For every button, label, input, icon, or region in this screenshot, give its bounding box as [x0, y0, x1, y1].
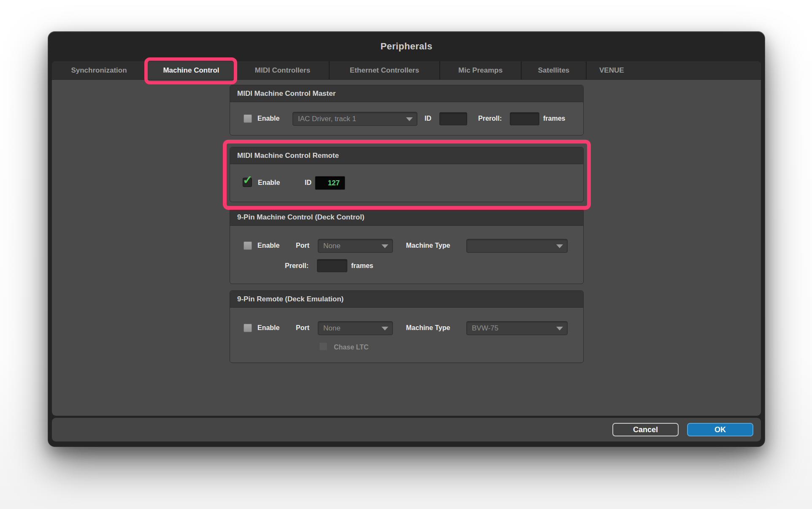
mmc-device-dropdown[interactable]: IAC Driver, track 1: [292, 112, 417, 126]
deck-control-machine-type-dropdown[interactable]: [466, 239, 568, 253]
tab-synchronization[interactable]: Synchronization: [52, 61, 147, 79]
machine-type-label: Machine Type: [406, 241, 450, 250]
tab-midi-controllers[interactable]: MIDI Controllers: [236, 61, 330, 79]
dropdown-arrow-icon: [556, 244, 563, 248]
section-midi-machine-control-remote: MIDI Machine Control Remote ✓ Enable ID …: [230, 147, 584, 202]
tab-ethernet-controllers[interactable]: Ethernet Controllers: [330, 61, 440, 79]
enable-label: Enable: [257, 324, 279, 332]
id-label: ID: [305, 179, 311, 187]
remote-id-field[interactable]: 127: [315, 176, 345, 190]
tab-label: MIDI Controllers: [255, 66, 310, 75]
enable-label: Enable: [257, 241, 279, 250]
section-9pin-remote: 9-Pin Remote (Deck Emulation) Enable Por…: [230, 290, 584, 363]
enable-checkbox[interactable]: [244, 114, 252, 123]
id-label: ID: [425, 114, 431, 123]
tab-label: Machine Control: [163, 66, 219, 75]
enable-label: Enable: [258, 179, 280, 187]
tab-satellites[interactable]: Satellites: [522, 61, 587, 79]
mmc-preroll-field[interactable]: [510, 112, 539, 125]
deck-control-preroll-field[interactable]: [317, 259, 347, 272]
dropdown-arrow-icon: [382, 327, 388, 330]
enable-label: Enable: [257, 114, 279, 123]
dialog-title: Peripherals: [48, 32, 765, 61]
chase-ltc-checkbox[interactable]: [319, 342, 328, 351]
frames-label: frames: [351, 262, 373, 270]
peripherals-dialog: Peripherals Synchronization Machine Cont…: [48, 32, 765, 447]
machine-type-label: Machine Type: [406, 324, 450, 332]
section-title: MIDI Machine Control Remote: [230, 147, 583, 164]
preroll-label: Preroll:: [478, 114, 502, 123]
dialog-footer: Cancel OK: [52, 418, 761, 441]
section-midi-machine-control-master: MIDI Machine Control Master Enable IAC D…: [230, 85, 584, 135]
section-title: 9-Pin Machine Control (Deck Control): [230, 209, 583, 226]
section-title: 9-Pin Remote (Deck Emulation): [230, 291, 583, 308]
tab-label: Synchronization: [71, 66, 127, 75]
tab-label: VENUE: [599, 66, 624, 75]
deck-control-port-dropdown[interactable]: None: [318, 239, 393, 253]
tab-bar: Synchronization Machine Control MIDI Con…: [52, 61, 761, 80]
tab-label: Ethernet Controllers: [350, 66, 419, 75]
checkmark-icon: ✓: [243, 174, 252, 186]
tab-mic-preamps[interactable]: Mic Preamps: [440, 61, 522, 79]
tab-label: Satellites: [538, 66, 570, 75]
tab-content-machine-control: MIDI Machine Control Master Enable IAC D…: [52, 80, 761, 416]
frames-label: frames: [543, 114, 565, 123]
tab-machine-control[interactable]: Machine Control: [147, 61, 236, 79]
section-9pin-machine-control: 9-Pin Machine Control (Deck Control) Ena…: [230, 208, 584, 284]
tab-label: Mic Preamps: [458, 66, 503, 75]
dropdown-value: None: [323, 324, 341, 333]
preroll-label: Preroll:: [285, 262, 309, 270]
port-label: Port: [296, 324, 309, 332]
port-label: Port: [296, 241, 309, 250]
enable-checkbox[interactable]: ✓: [243, 178, 252, 187]
cancel-button[interactable]: Cancel: [612, 423, 679, 436]
dropdown-arrow-icon: [382, 244, 388, 248]
dialog-panel: Synchronization Machine Control MIDI Con…: [52, 61, 761, 416]
section-title: MIDI Machine Control Master: [230, 85, 583, 102]
deck-emulation-port-dropdown[interactable]: None: [318, 321, 393, 335]
dropdown-arrow-icon: [556, 327, 563, 330]
deck-emulation-machine-type-dropdown[interactable]: BVW-75: [466, 321, 568, 335]
dropdown-value: BVW-75: [472, 324, 498, 333]
dropdown-value: IAC Driver, track 1: [298, 115, 356, 123]
mmc-id-field[interactable]: [439, 112, 467, 125]
enable-checkbox[interactable]: [244, 241, 252, 250]
ok-button[interactable]: OK: [687, 423, 753, 436]
tab-venue[interactable]: VENUE: [587, 61, 761, 79]
dropdown-arrow-icon: [406, 117, 413, 121]
enable-checkbox[interactable]: [244, 324, 252, 332]
chase-ltc-label: Chase LTC: [334, 343, 368, 352]
dropdown-value: None: [323, 242, 341, 250]
